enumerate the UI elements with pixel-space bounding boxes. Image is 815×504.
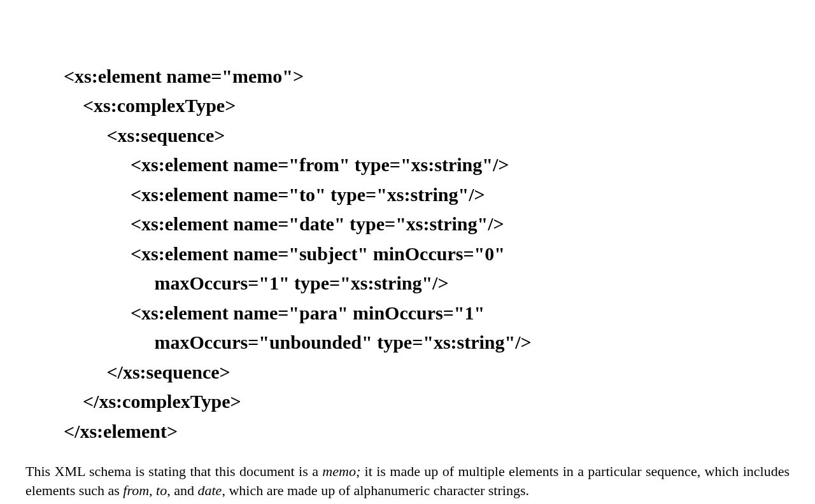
code-line-1: <xs:element name="memo"> (64, 66, 304, 87)
code-line-10: maxOccurs="unbounded" type="xs:string"/> (64, 332, 532, 353)
paragraph-italic-from-to: from, to (123, 482, 167, 498)
code-line-9: <xs:element name="para" minOccurs="1" (64, 302, 485, 323)
code-line-3: <xs:sequence> (64, 125, 225, 146)
paragraph-text-3: , and (167, 482, 197, 498)
code-line-4: <xs:element name="from" type="xs:string"… (64, 154, 509, 175)
code-line-13: </xs:element> (64, 421, 178, 442)
code-line-6: <xs:element name="date" type="xs:string"… (64, 213, 504, 234)
code-line-8: maxOccurs="1" type="xs:string"/> (64, 272, 449, 293)
xml-schema-code-block: <xs:element name="memo"> <xs:complexType… (64, 32, 751, 446)
paragraph-text-4: , which are made up of alphanumeric char… (222, 482, 529, 498)
paragraph-text-1: This XML schema is stating that this doc… (25, 463, 322, 479)
paragraph-italic-date: date (197, 482, 222, 498)
code-line-11: </xs:sequence> (64, 361, 230, 382)
paragraph-italic-memo: memo; (322, 463, 360, 479)
code-line-7: <xs:element name="subject" minOccurs="0" (64, 243, 505, 264)
code-line-5: <xs:element name="to" type="xs:string"/> (64, 184, 485, 205)
explanatory-paragraph: This XML schema is stating that this doc… (25, 462, 790, 500)
code-line-2: <xs:complexType> (64, 95, 236, 116)
code-line-12: </xs:complexType> (64, 391, 241, 412)
